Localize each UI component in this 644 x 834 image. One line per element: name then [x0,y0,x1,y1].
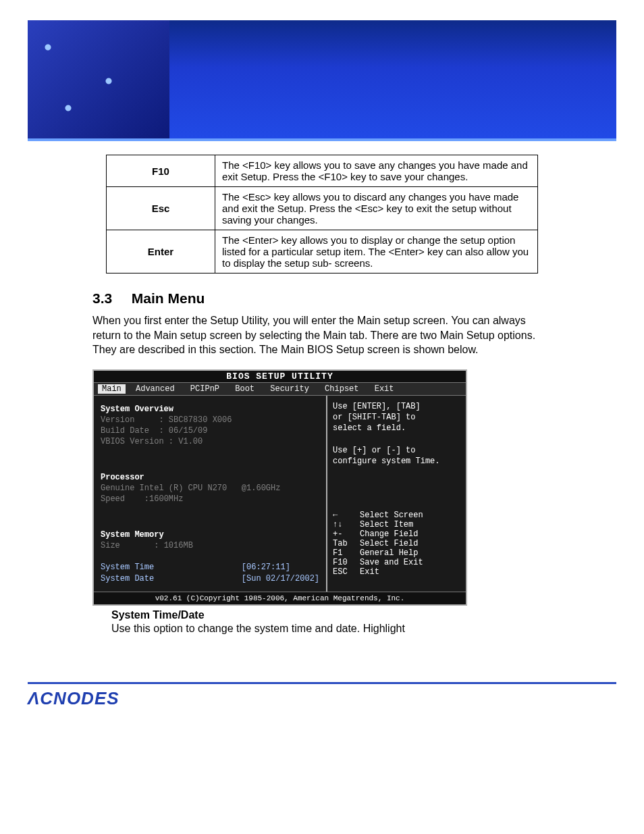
bios-menubar: Main Advanced PCIPnP Boot Security Chips… [94,382,466,396]
bios-date-label: System Date [101,574,154,583]
bios-nav-hint: F1General Help [333,548,460,558]
bios-system-date-row[interactable]: System Date [Sun 02/17/2002] [101,573,319,584]
bios-tab-security[interactable]: Security [265,384,315,394]
bios-version-label: Version [101,415,134,425]
bios-overview-heading: System Overview [101,404,319,415]
bios-size-value: 1016MB [164,541,193,550]
bios-tab-pcipnp[interactable]: PCIPnP [185,384,225,394]
hotkey-desc: The <F10> key allows you to save any cha… [215,155,538,187]
bios-tab-main[interactable]: Main [98,384,126,394]
bios-version-value: SBC87830 X006 [169,415,232,425]
hotkey-name: Esc [107,187,215,230]
table-row: Enter The <Enter> key allows you to disp… [107,230,538,273]
section-number: 3.3 [92,290,128,307]
subsection-title: System Time/Date [111,609,552,621]
bios-help-line: Use [+] or [-] to [333,445,460,456]
bios-speed-label: Speed [101,494,125,504]
bios-left-pane: System Overview Version : SBC87830 X006 … [94,396,327,592]
hotkey-desc: The <Enter> key allows you to display or… [215,230,538,273]
header-banner [28,20,616,141]
bios-vbios-label: VBIOS Version [101,437,164,446]
section-title: Main Menu [132,290,205,306]
bios-nav-hint: TabSelect Field [333,539,460,548]
bios-tab-boot[interactable]: Boot [230,384,260,394]
header-banner-graphic [28,20,169,138]
bios-right-pane: Use [ENTER], [TAB] or [SHIFT-TAB] to sel… [327,396,466,592]
bios-vbios-value: V1.00 [178,437,203,446]
bios-nav-hint: F10Save and Exit [333,558,460,567]
bios-time-label: System Time [101,563,154,572]
hotkey-name: Enter [107,230,215,273]
table-row: Esc The <Esc> key allows you to discard … [107,187,538,230]
bios-date-value: [Sun 02/17/2002] [242,574,319,583]
subsection-text: Use this option to change the system tim… [111,623,552,635]
bios-system-time-row[interactable]: System Time [06:27:11] [101,562,319,573]
bios-build-label: Build Date [101,426,149,436]
section-heading: 3.3 Main Menu [92,290,552,307]
bios-help-line: configure system Time. [333,456,460,467]
table-row: F10 The <F10> key allows you to save any… [107,155,538,187]
bios-nav-hint: +-Change Field [333,529,460,539]
bios-tab-exit[interactable]: Exit [369,384,400,394]
bios-help-line: Use [ENTER], [TAB] [333,401,460,412]
bios-help-line: select a field. [333,423,460,434]
bios-nav-hint: ← Select Screen [333,511,460,520]
bios-tab-chipset[interactable]: Chipset [319,384,364,394]
bios-build-value: 06/15/09 [169,426,208,436]
bios-nav-hint: ESCExit [333,567,460,577]
bios-size-label: Size [101,541,120,550]
bios-screenshot: BIOS SETUP UTILITY Main Advanced PCIPnP … [92,369,467,606]
bios-help-line: or [SHIFT-TAB] to [333,412,460,423]
bios-processor-name: Genuine Intel (R) CPU N270 @1.60GHz [101,483,319,494]
hotkey-name: F10 [107,155,215,187]
section-intro: When you first enter the Setup Utility, … [92,313,552,357]
bios-processor-heading: Processor [101,472,319,483]
bios-copyright: v02.61 (C)Copyright 1985-2006, American … [94,592,466,604]
bios-speed-value: 1600MHz [149,494,183,504]
page-footer-rule: ΛCNODES [28,682,616,709]
hotkey-table: F10 The <F10> key allows you to save any… [106,155,538,273]
bios-tab-advanced[interactable]: Advanced [130,384,180,394]
hotkey-desc: The <Esc> key allows you to discard any … [215,187,538,230]
bios-memory-heading: System Memory [101,529,319,540]
bios-nav-hint: ↑↓Select Item [333,520,460,529]
acnodes-logo: ΛCNODES [28,688,616,709]
bios-title: BIOS SETUP UTILITY [94,371,466,382]
bios-time-value: [06:27:11] [242,563,290,572]
